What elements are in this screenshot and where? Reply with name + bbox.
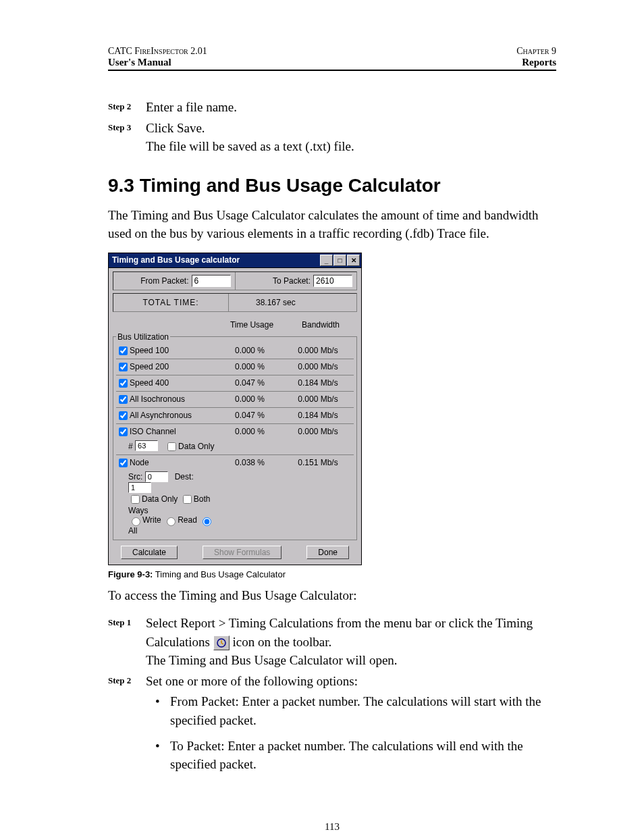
show-formulas-button[interactable]: Show Formulas	[203, 546, 281, 559]
speed-400-time: 0.047 %	[217, 377, 282, 388]
section-intro: The Timing and Bus Usage Calculator calc…	[108, 206, 556, 243]
minimize-icon[interactable]: _	[320, 255, 333, 266]
header-left-bottom: User's Manual	[108, 57, 171, 68]
speed-200-checkbox[interactable]	[119, 363, 128, 371]
done-button[interactable]: Done	[306, 546, 349, 559]
node-read-label: Read	[178, 515, 197, 525]
total-time-value: 38.167 sec	[229, 294, 356, 311]
step-3-text-1: Click Save.	[146, 119, 556, 138]
node-write-radio[interactable]	[132, 517, 140, 526]
node-all-label: All	[128, 526, 137, 536]
all-async-time: 0.047 %	[217, 409, 282, 420]
speed-200-label: Speed 200	[130, 361, 169, 371]
window-title: Timing and Bus Usage calculator	[112, 255, 240, 265]
from-packet-label: From Packet:	[140, 276, 188, 286]
node-dest-input[interactable]	[128, 482, 151, 493]
header-right-top: Chapter 9	[516, 46, 556, 57]
speed-200-time: 0.000 %	[217, 361, 282, 371]
all-async-bw: 0.184 Mb/s	[282, 409, 354, 420]
step-3-label: Step 3	[108, 119, 146, 156]
speed-100-time: 0.000 %	[217, 344, 282, 355]
to-packet-input[interactable]	[313, 275, 352, 287]
bus-utilization-legend: Bus Utilization	[116, 332, 170, 342]
from-packet-input[interactable]	[192, 275, 231, 287]
figure-label: Figure 9-3:	[108, 569, 153, 579]
access-step-1-label: Step 1	[108, 614, 146, 670]
iso-num-input[interactable]	[135, 440, 158, 451]
iso-dataonly-label: Data Only	[178, 441, 214, 450]
bullet-2-text: To Packet: Enter a packet number. The ca…	[170, 737, 556, 774]
node-time: 0.038 %	[217, 457, 282, 467]
all-iso-checkbox[interactable]	[119, 395, 128, 404]
all-iso-time: 0.000 %	[217, 393, 282, 404]
all-iso-label: All Isochronous	[130, 394, 185, 403]
speed-200-bw: 0.000 Mb/s	[282, 361, 354, 371]
timing-calculations-icon	[213, 635, 230, 650]
all-iso-bw: 0.000 Mb/s	[282, 393, 354, 404]
close-icon[interactable]: ✕	[347, 255, 360, 266]
node-label: Node	[130, 457, 149, 467]
access-step-2-label: Step 2	[108, 672, 146, 691]
node-write-label: Write	[142, 515, 161, 525]
node-all-radio[interactable]	[203, 517, 211, 526]
node-bothways-checkbox[interactable]	[183, 495, 192, 504]
maximize-icon[interactable]: □	[333, 255, 346, 266]
node-dataonly-label: Data Only	[142, 494, 178, 503]
all-async-checkbox[interactable]	[119, 411, 128, 420]
iso-num-label: #	[128, 441, 133, 450]
calculate-button[interactable]: Calculate	[121, 546, 178, 559]
access-step-1-text-2: The Timing and Bus Usage Calculator will…	[146, 651, 556, 670]
col-time-usage: Time Usage	[219, 320, 284, 330]
speed-400-bw: 0.184 Mb/s	[282, 377, 354, 388]
access-intro: To access the Timing and Bus Usage Calcu…	[108, 586, 556, 605]
speed-100-label: Speed 100	[130, 345, 169, 355]
bullet-1-text: From Packet: Enter a packet number. The …	[170, 692, 556, 729]
speed-400-label: Speed 400	[130, 377, 169, 387]
header-right-bottom: Reports	[522, 57, 556, 68]
iso-dataonly-checkbox[interactable]	[167, 442, 176, 451]
iso-channel-label: ISO Channel	[130, 426, 176, 436]
speed-400-checkbox[interactable]	[119, 379, 128, 388]
header-left-top: CATC FireInspector 2.01	[108, 46, 207, 57]
node-src-input[interactable]	[145, 471, 168, 482]
iso-bw: 0.000 Mb/s	[282, 425, 354, 436]
step-2-text: Enter a file name.	[146, 98, 556, 117]
speed-100-bw: 0.000 Mb/s	[282, 344, 354, 355]
node-read-radio[interactable]	[167, 517, 176, 526]
iso-time: 0.000 %	[217, 425, 282, 436]
node-dataonly-checkbox[interactable]	[131, 495, 140, 504]
bullet-icon: •	[155, 692, 170, 729]
total-time-label: TOTAL TIME:	[113, 294, 229, 311]
node-bw: 0.151 Mb/s	[282, 457, 354, 467]
bullet-icon: •	[155, 737, 170, 774]
access-step-2-text: Set one or more of the following options…	[146, 672, 556, 691]
speed-100-checkbox[interactable]	[119, 346, 128, 355]
calculator-window: Timing and Bus Usage calculator _ □ ✕ Fr…	[108, 253, 362, 565]
section-heading: 9.3 Timing and Bus Usage Calculator	[108, 175, 556, 197]
figure-caption: Timing and Bus Usage Calculator	[153, 569, 286, 579]
step-2-label: Step 2	[108, 98, 146, 117]
node-dest-label: Dest:	[175, 472, 194, 481]
step-3-text-2: The file will be saved as a text (.txt) …	[146, 137, 556, 156]
iso-channel-checkbox[interactable]	[119, 427, 128, 436]
node-src-label: Src:	[128, 472, 142, 481]
to-packet-label: To Packet:	[273, 276, 311, 286]
access-step-1-text: Select Report > Timing Calculations from…	[146, 614, 556, 651]
col-bandwidth: Bandwidth	[284, 320, 357, 330]
node-checkbox[interactable]	[119, 459, 128, 467]
page-number: 113	[108, 821, 556, 833]
all-async-label: All Asynchronous	[130, 410, 192, 419]
